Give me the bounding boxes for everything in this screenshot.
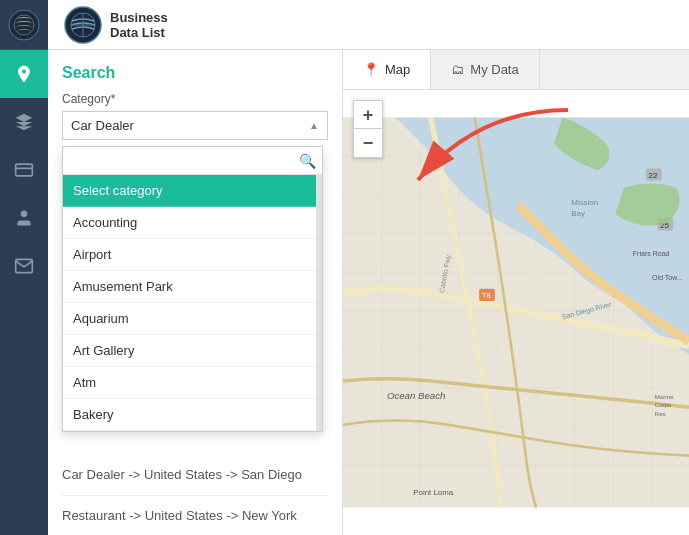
dropdown-item-accounting[interactable]: Accounting: [63, 207, 322, 239]
svg-text:Point Loma: Point Loma: [413, 488, 454, 497]
svg-text:Bay: Bay: [571, 209, 585, 218]
svg-point-4: [21, 211, 28, 218]
svg-text:Corps: Corps: [655, 401, 671, 408]
svg-text:Marine: Marine: [655, 393, 674, 400]
header-logo-icon: [64, 6, 102, 44]
select-value: Car Dealer: [71, 118, 134, 133]
logo-area: [0, 0, 48, 50]
tab-mydata-label: My Data: [470, 62, 518, 77]
tab-map-label: Map: [385, 62, 410, 77]
nav-icon-mail[interactable]: [0, 242, 48, 290]
nav-icon-card[interactable]: [0, 146, 48, 194]
select-arrow-icon: ▲: [309, 120, 319, 131]
breadcrumb-section: Car Dealer -> United States -> San Diego…: [48, 455, 342, 535]
logo-icon: [8, 9, 40, 41]
nav-icon-layers[interactable]: [0, 98, 48, 146]
left-panel: Search Category* Car Dealer ▲ 🔍: [48, 50, 343, 535]
category-select[interactable]: Car Dealer ▲: [62, 111, 328, 140]
dropdown-item-atm[interactable]: Atm: [63, 367, 322, 399]
category-label: Category*: [62, 92, 328, 106]
map-canvas[interactable]: Mission Bay Ocean Beach Cabrillo Fwy: [343, 90, 689, 535]
map-tabs: 📍 Map 🗂 My Data: [343, 50, 689, 90]
svg-text:Mission: Mission: [571, 198, 598, 207]
svg-text:Friars Road: Friars Road: [633, 250, 670, 257]
dropdown-item-select-category[interactable]: Select category: [63, 175, 322, 207]
dropdown-item-aquarium[interactable]: Aquarium: [63, 303, 322, 335]
zoom-in-button[interactable]: +: [354, 101, 382, 129]
zoom-out-button[interactable]: −: [354, 129, 382, 157]
dropdown-item-bakery[interactable]: Bakery: [63, 399, 322, 431]
svg-rect-2: [16, 164, 33, 176]
nav-icon-user[interactable]: [0, 194, 48, 242]
dropdown-search-input[interactable]: [69, 151, 299, 170]
tab-map[interactable]: 📍 Map: [343, 50, 431, 89]
svg-text:Ocean Beach: Ocean Beach: [387, 390, 445, 401]
dropdown-scrollbar[interactable]: [316, 175, 322, 431]
breadcrumb-item-1: Restaurant -> United States -> New York: [62, 496, 328, 536]
side-navigation: [0, 0, 48, 535]
svg-text:22: 22: [649, 171, 658, 180]
mydata-icon: 🗂: [451, 62, 464, 77]
map-svg: Mission Bay Ocean Beach Cabrillo Fwy: [343, 90, 689, 535]
tab-mydata[interactable]: 🗂 My Data: [431, 50, 539, 89]
svg-text:Res: Res: [655, 410, 666, 417]
header: Business Data List: [48, 0, 689, 50]
svg-text:Old Tow...: Old Tow...: [652, 274, 683, 281]
panel-title: Search: [62, 64, 328, 82]
dropdown-popup: 🔍 Select category Accounting Airport Amu…: [62, 146, 323, 432]
dropdown-item-art-gallery[interactable]: Art Gallery: [63, 335, 322, 367]
map-area: 📍 Map 🗂 My Data: [343, 50, 689, 535]
search-icon: 🔍: [299, 153, 316, 169]
svg-text:T8: T8: [482, 291, 492, 300]
dropdown-list: Select category Accounting Airport Amuse…: [63, 175, 322, 431]
dropdown-item-amusement-park[interactable]: Amusement Park: [63, 271, 322, 303]
header-logo-text: Business Data List: [110, 10, 168, 40]
breadcrumb-item-0: Car Dealer -> United States -> San Diego: [62, 455, 328, 496]
zoom-controls: + −: [353, 100, 383, 158]
nav-icon-location[interactable]: [0, 50, 48, 98]
dropdown-search-row: 🔍: [63, 147, 322, 175]
map-pin-icon: 📍: [363, 62, 379, 77]
dropdown-item-airport[interactable]: Airport: [63, 239, 322, 271]
